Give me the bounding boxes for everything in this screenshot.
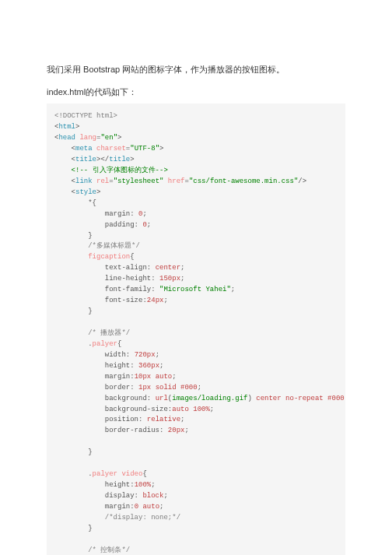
code: 1px [138, 384, 156, 392]
code: ; [231, 286, 235, 293]
code: height: [54, 481, 135, 489]
code: ; [163, 492, 167, 500]
code: block [142, 492, 163, 500]
code: palyer [93, 340, 117, 348]
code: center [256, 395, 285, 402]
code: ; [345, 395, 345, 402]
code: < [54, 188, 75, 196]
code: link [75, 177, 96, 185]
code: . [54, 340, 93, 348]
code: ; [163, 297, 167, 304]
code [54, 253, 88, 261]
code: < [54, 145, 75, 153]
code: 100% [135, 481, 152, 489]
code: > [96, 188, 100, 196]
code: 720px [135, 351, 156, 359]
code: #000 [327, 395, 345, 402]
code: margin: [54, 210, 138, 218]
code: < [54, 177, 75, 185]
code: height: [54, 362, 138, 370]
code: 10px [135, 373, 156, 381]
code-line: <!DOCTYPE html> [54, 112, 117, 120]
code-comment: /* 控制条*/ [54, 546, 130, 554]
code: rel [96, 177, 109, 185]
code: *{ [54, 199, 96, 207]
code: 20px [168, 427, 185, 434]
code: relative [147, 416, 180, 423]
code: line-height: [54, 275, 159, 283]
code: href [168, 177, 185, 185]
code: ; [159, 503, 163, 511]
code: 100% [193, 406, 210, 413]
code-block: <!DOCTYPE html> <html> <head lang="en"> … [47, 104, 345, 555]
code: auto [172, 406, 193, 413]
code: 24px [147, 297, 164, 304]
code: 150px [159, 275, 180, 283]
code: ; [180, 275, 184, 283]
code: { [130, 253, 134, 261]
code: "stylesheet" [114, 177, 168, 185]
code: figcaption [88, 253, 130, 261]
code-comment: <!-- 引入字体图标的文件--> [54, 167, 168, 174]
code: margin: [54, 503, 135, 511]
code: text-align: [54, 264, 156, 272]
paragraph-2: index.html的代码如下： [47, 86, 345, 100]
code: > [117, 134, 121, 142]
code: { [142, 470, 146, 478]
code: } [54, 448, 93, 456]
code: } [54, 307, 93, 315]
code: background: [54, 395, 156, 402]
code: lang [79, 134, 96, 142]
code: width: [54, 351, 135, 359]
code: display: [54, 492, 142, 500]
code: palyer [93, 470, 122, 478]
code: auto [142, 503, 159, 511]
code: video [121, 470, 142, 478]
code: margin: [54, 373, 135, 381]
code: ; [172, 373, 176, 381]
code-comment: /*display: none;*/ [54, 514, 180, 522]
code: auto [156, 373, 173, 381]
code: ; [198, 384, 201, 392]
code: title [75, 156, 96, 163]
code: > [159, 145, 163, 153]
code: no-repeat [285, 395, 327, 402]
code: ; [180, 416, 184, 423]
code: ; [142, 210, 146, 218]
code: "css/font-awesome.min.css" [189, 177, 298, 185]
code: ; [159, 362, 163, 370]
code: . [54, 470, 93, 478]
code: } [54, 525, 93, 532]
code: { [117, 340, 121, 348]
code: } [54, 232, 93, 240]
code: padding: [54, 221, 142, 229]
code: < [54, 156, 75, 163]
code: "Microsoft Yahei" [159, 286, 231, 293]
code: ) [247, 395, 256, 402]
code: ; [156, 351, 159, 359]
code: ; [180, 264, 184, 272]
code: 360px [138, 362, 159, 370]
code: solid [156, 384, 180, 392]
code: title [109, 156, 130, 163]
code-comment: /* 播放器*/ [54, 329, 130, 337]
code-comment: /*多媒体标题*/ [54, 242, 140, 250]
code: 0 [135, 503, 143, 511]
code: > [75, 123, 79, 131]
code: > [130, 156, 134, 163]
paragraph-1: 我们采用 Bootstrap 网站的图标字体，作为播放器的按钮图标。 [47, 63, 345, 77]
code: ></ [96, 156, 109, 163]
code: #000 [180, 384, 198, 392]
code: html [58, 123, 75, 131]
code: /> [298, 177, 306, 185]
code: ; [210, 406, 214, 413]
code: head [58, 134, 79, 142]
code: ; [184, 427, 188, 434]
code: border-radius: [54, 427, 168, 434]
code: border: [54, 384, 138, 392]
code: "en" [100, 134, 117, 142]
code: ; [147, 221, 151, 229]
code: style [75, 188, 96, 196]
code: meta [75, 145, 96, 153]
code: url [156, 395, 168, 402]
